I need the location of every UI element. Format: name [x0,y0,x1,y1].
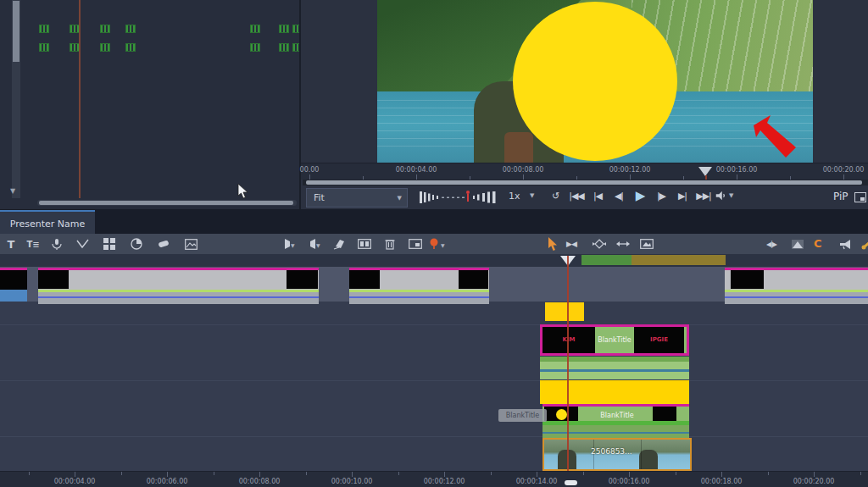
motion-strip[interactable] [540,372,689,379]
grid-tool-icon[interactable] [102,236,117,252]
announce-icon[interactable] [837,236,853,252]
playback-speed-value: 1x [509,191,520,202]
audio-strip[interactable] [38,290,319,304]
subtitle-tool-icon[interactable]: T≡ [25,236,41,252]
ruler-tick-major [444,472,445,477]
film-clip-icon[interactable] [357,236,372,252]
volume-button[interactable]: ▼ [715,190,733,202]
wave-check-icon[interactable] [75,236,90,252]
range-bar-olive[interactable] [632,255,726,265]
ruler-tick-major [352,472,353,477]
bottom-playhead-pill[interactable] [565,480,577,485]
overlay-clip-blue[interactable] [0,290,27,302]
time-stretch-icon[interactable] [615,236,631,252]
brand-icon[interactable]: C [814,237,822,250]
title-track-clip[interactable] [349,268,489,291]
voiceover-mic-icon[interactable] [49,236,64,252]
step-forward-button[interactable]: |▶ [651,188,671,203]
yellow-circle-overlay[interactable] [513,2,677,161]
video-track-clip[interactable]: 2506853... [542,438,692,471]
title-track-clip[interactable] [38,268,319,291]
chevron-down-icon[interactable]: ▼ [398,195,407,202]
frame-grab-icon[interactable] [408,236,423,252]
layers-swap-icon[interactable] [790,236,805,252]
clock-tool-icon[interactable] [129,236,144,252]
ruler-label: 00:00:04.00 [54,478,96,485]
playback-speed-dropdown[interactable]: ▼ [530,192,534,199]
ruler-tick-major [167,472,168,477]
timeline-playhead-line[interactable] [567,256,569,471]
prev-clip-button[interactable]: |◀ [587,188,608,203]
trash-icon[interactable] [382,236,398,252]
split-view-icon[interactable]: ◀|▶ [766,236,776,252]
preview-ruler[interactable]: 00.0000:00:04.0000:00:08.0000:00:12.0000… [301,163,868,180]
next-clip-button[interactable]: ▶| [672,188,693,203]
motion-strip[interactable] [540,362,689,369]
keyframe-marker [39,43,49,52]
audio-strip[interactable] [725,290,868,304]
record-pin-dropdown-icon[interactable]: ▼ [441,242,445,248]
ruler-label: 00:00:04.00 [396,166,437,174]
drag-tooltip: BlankTitle [498,409,547,422]
audio-waveform-line [349,296,489,298]
loop-button[interactable]: ↺ [545,188,565,203]
ruler-label: 00:00:14.00 [516,478,558,485]
title-track-clip[interactable] [0,268,27,291]
ruler-label: 00:00:16.00 [609,478,650,485]
track-separator [0,380,868,381]
go-end-button[interactable]: ▶▶| [693,188,714,203]
ruler-tick-minor [214,472,214,475]
razor-split-icon[interactable] [331,236,347,252]
ruler-tick-minor [491,472,492,475]
audio-waveform-line [38,296,319,298]
zoom-fit-select[interactable]: Fit ▼ [306,188,408,208]
preview-scrollbar-thumb[interactable] [306,180,862,185]
record-pin-icon[interactable] [426,236,442,252]
title1-left-thumbnail: KIM [542,327,595,353]
select-tool-icon[interactable] [545,236,560,252]
ruler-label: 00:00:12.00 [609,166,651,174]
pip-resize-icon[interactable] [854,192,866,202]
tab-presenter-name[interactable]: Presenter Name [0,210,95,235]
pip-designer-icon[interactable] [639,236,654,252]
yellow-clip-large[interactable] [540,380,689,404]
step-back-button[interactable]: ◀| [609,188,629,203]
scroll-down-arrow-icon[interactable]: ▼ [10,187,15,195]
eraser-tool-icon[interactable] [156,236,171,252]
audio-strip[interactable] [349,290,489,304]
trim-tool-icon[interactable]: ▶◀ [566,236,576,252]
keyframe-move-icon[interactable] [592,236,607,252]
keyframe-marker [125,43,136,52]
yellow-clip-small[interactable] [545,302,584,321]
preview-controls: Fit ▼ [301,185,868,212]
ruler-label: 00:00:12.00 [424,478,465,485]
mark-in-dropdown-icon[interactable]: ▼ [291,242,295,248]
mark-out-dropdown-icon[interactable]: ▼ [316,242,320,248]
preview-scrollbar[interactable] [303,180,868,185]
title-tool-icon[interactable]: T [3,236,19,252]
video-canvas[interactable] [377,0,813,163]
timeline-area[interactable]: KIM BlankTitle IPGIE BlankTitle [0,254,868,471]
timeline-toolbar: T T≡ ▼ [0,234,868,254]
horizontal-scrollbar-thumb[interactable] [39,201,293,205]
ruler-tick-minor [121,472,122,475]
title1-right-text: IPGIE [634,336,684,343]
wrench-icon[interactable] [860,236,868,252]
ruler-label: 00:00:16.00 [716,166,758,174]
motion-strip[interactable] [542,425,689,432]
go-start-button[interactable]: |◀◀ [566,188,587,203]
photo-tool-icon[interactable] [183,236,198,252]
title1-left-text: KIM [542,336,595,343]
ruler-label: 00:00:18.00 [701,478,743,485]
title-track-clip[interactable] [725,268,868,291]
horizontal-scrollbar[interactable] [37,200,297,206]
range-bar-green[interactable] [581,255,632,265]
bottom-ruler[interactable]: 00:00:04.0000:00:06.0000:00:08.0000:00:1… [0,471,868,487]
keyframe-marker [100,43,110,52]
timeline-zoom-slider[interactable] [420,190,498,205]
keyframe-marker [279,43,289,52]
ruler-tick-minor [398,472,399,475]
play-button[interactable]: ▶ [630,188,650,203]
title-clip-1[interactable]: KIM BlankTitle IPGIE [540,324,689,356]
thumb-seam [641,440,642,470]
